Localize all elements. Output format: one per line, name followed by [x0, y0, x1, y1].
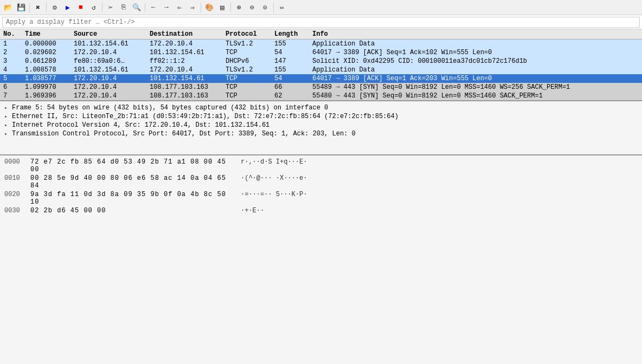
expand-icon[interactable]: ▸ [4, 131, 12, 137]
hex-rows: 000072 e7 2c fb 85 64 d0 53 49 2b 71 a1 … [4, 158, 638, 215]
col-destination: Destination [149, 30, 224, 38]
restart-capture-button[interactable]: ↺ [88, 2, 100, 14]
col-source: Source [73, 30, 149, 38]
separator-4 [145, 3, 145, 12]
jump-back-button[interactable]: ⇐ [174, 2, 185, 14]
detail-item-tcp[interactable]: ▸Transmission Control Protocol, Src Port… [4, 129, 638, 138]
detail-text: Ethernet II, Src: LiteonTe_2b:71:a1 (d0:… [12, 113, 638, 120]
table-row[interactable]: 30.661289fe80::69a0:6…ff02::1:2DHCPv6147… [0, 57, 642, 66]
detail-item-ethernet[interactable]: ▸Ethernet II, Src: LiteonTe_2b:71:a1 (d0… [4, 112, 638, 121]
zoom-normal-button[interactable]: ⊙ [259, 2, 271, 14]
hex-section: 000072 e7 2c fb 85 64 d0 53 49 2b 71 a1 … [0, 155, 642, 364]
separator-3 [102, 3, 102, 12]
table-row[interactable]: 20.029602172.20.10.4101.132.154.61TCP546… [0, 48, 642, 57]
col-length: Length [273, 30, 311, 38]
col-time: Time [24, 30, 73, 38]
hex-bytes: 9a 3d fa 11 0d 3d 8a 09 35 9b 0f 0a 4b 8… [30, 191, 236, 206]
hex-offset: 0010 [4, 174, 26, 190]
back-button[interactable]: ← [147, 2, 159, 14]
close-button[interactable]: ✖ [32, 2, 44, 14]
table-row[interactable]: 61.099970172.20.10.4108.177.103.163TCP66… [0, 83, 642, 92]
col-info: Info [311, 30, 640, 38]
capture-options-button[interactable]: ⚙ [49, 2, 61, 14]
detail-text: Transmission Control Protocol, Src Port:… [12, 130, 638, 138]
copy-button[interactable]: ⎘ [118, 2, 130, 14]
detail-section: ▸Frame 5: 54 bytes on wire (432 bits), 5… [0, 101, 642, 155]
detail-text: Frame 5: 54 bytes on wire (432 bits), 54… [12, 104, 638, 112]
zoom-in-button[interactable]: ⊕ [233, 2, 245, 14]
hex-ascii: ·=···=·· 5···K·P· [241, 191, 307, 206]
hex-row: 003002 2b d6 45 00 00·+·E·· [4, 206, 638, 215]
expand-icon[interactable]: ▸ [4, 105, 12, 111]
find-button[interactable]: 🔍 [131, 2, 143, 14]
hex-bytes: 00 28 5e 9d 40 00 80 06 e6 58 ac 14 0a 0… [30, 174, 236, 190]
separator-1 [29, 3, 30, 12]
hex-offset: 0000 [4, 158, 26, 173]
open-button[interactable]: 📂 [2, 2, 14, 14]
zoom-out-button[interactable]: ⊖ [246, 2, 258, 14]
packet-list: No. Time Source Destination Protocol Len… [0, 29, 642, 101]
hex-ascii: r·,··d·S I+q···E· [241, 158, 307, 173]
hex-ascii: ·+·E·· [241, 207, 264, 214]
separator-5 [201, 3, 201, 12]
resize-columns-button[interactable]: ⇔ [276, 2, 288, 14]
detail-item-frame[interactable]: ▸Frame 5: 54 bytes on wire (432 bits), 5… [4, 103, 638, 112]
display-filter-input[interactable] [2, 17, 640, 28]
col-protocol: Protocol [224, 30, 273, 38]
separator-7 [273, 3, 274, 12]
hex-bytes: 02 2b d6 45 00 00 [30, 207, 236, 214]
hex-row: 001000 28 5e 9d 40 00 80 06 e6 58 ac 14 … [4, 174, 638, 190]
start-capture-button[interactable]: ▶ [62, 2, 74, 14]
toolbar: 📂 💾 ✖ ⚙ ▶ ■ ↺ ✂ ⎘ 🔍 ← → ⇐ ⇒ 🎨 ▤ ⊕ ⊖ ⊙ ⇔ [0, 0, 642, 15]
jump-forward-button[interactable]: ⇒ [187, 2, 198, 14]
table-row[interactable]: 41.008578101.132.154.61172.20.10.4TLSv1.… [0, 66, 642, 74]
hex-offset: 0020 [4, 191, 26, 206]
packet-list-header: No. Time Source Destination Protocol Len… [0, 29, 642, 40]
expand-icon[interactable]: ▸ [4, 122, 12, 128]
color-button[interactable]: 🎨 [203, 2, 215, 14]
table-row[interactable]: 10.000000101.132.154.61172.20.10.4TLSv1.… [0, 40, 642, 48]
columns-button[interactable]: ▤ [216, 2, 228, 14]
table-row[interactable]: 71.969396172.20.10.4108.177.103.163TCP62… [0, 92, 642, 100]
col-no: No. [2, 30, 24, 38]
hex-row: 000072 e7 2c fb 85 64 d0 53 49 2b 71 a1 … [4, 158, 638, 174]
detail-rows: ▸Frame 5: 54 bytes on wire (432 bits), 5… [4, 103, 638, 138]
cut-button[interactable]: ✂ [105, 2, 117, 14]
forward-button[interactable]: → [160, 2, 172, 14]
packet-rows: 10.000000101.132.154.61172.20.10.4TLSv1.… [0, 40, 642, 100]
expand-icon[interactable]: ▸ [4, 113, 12, 120]
filter-bar [0, 15, 642, 29]
save-button[interactable]: 💾 [15, 2, 27, 14]
hex-ascii: ·(^·@··· ·X····e· [241, 174, 307, 190]
table-row[interactable]: 51.038577172.20.10.4101.132.154.61TCP546… [0, 74, 642, 83]
separator-2 [46, 3, 47, 12]
hex-offset: 0030 [4, 207, 26, 214]
hex-bytes: 72 e7 2c fb 85 64 d0 53 49 2b 71 a1 08 0… [30, 158, 236, 173]
detail-text: Internet Protocol Version 4, Src: 172.20… [12, 121, 638, 129]
stop-capture-button[interactable]: ■ [75, 2, 87, 14]
separator-6 [230, 3, 231, 12]
detail-item-ip[interactable]: ▸Internet Protocol Version 4, Src: 172.2… [4, 121, 638, 129]
hex-row: 00209a 3d fa 11 0d 3d 8a 09 35 9b 0f 0a … [4, 190, 638, 206]
